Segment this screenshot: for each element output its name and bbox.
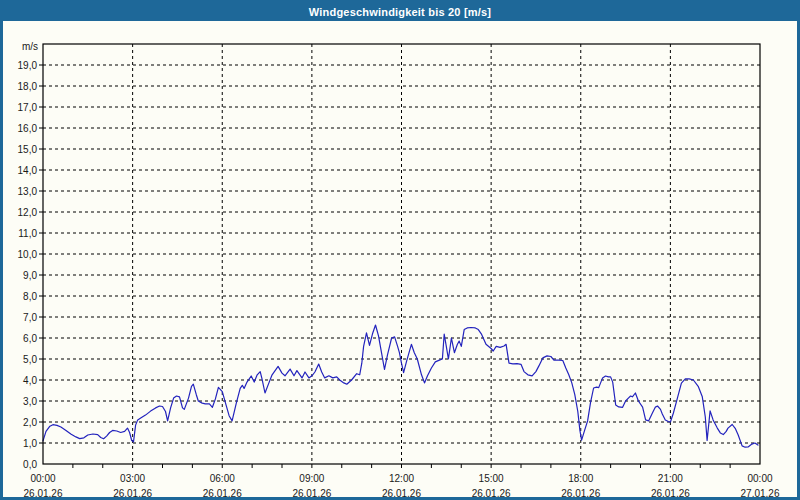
wind-speed-line [43, 325, 758, 447]
y-tick-label: 7,0 [23, 312, 37, 323]
x-tick-time-label: 18:00 [568, 473, 593, 484]
y-tick-label: 4,0 [23, 375, 37, 386]
x-tick-date-label: 26.01.26 [382, 488, 421, 499]
y-tick-label: 9,0 [23, 270, 37, 281]
x-tick-time-label: 12:00 [389, 473, 414, 484]
x-tick-date-label: 26.01.26 [203, 488, 242, 499]
y-tick-label: 10,0 [18, 249, 38, 260]
x-tick-date-label: 26.01.26 [472, 488, 511, 499]
y-tick-label: 0,0 [23, 459, 37, 470]
y-tick-label: 2,0 [23, 417, 37, 428]
x-tick-date-label: 26.01.26 [24, 488, 63, 499]
y-tick-label: 17,0 [18, 102, 38, 113]
x-tick-time-label: 15:00 [479, 473, 504, 484]
x-tick-time-label: 21:00 [658, 473, 683, 484]
x-tick-date-label: 26.01.26 [113, 488, 152, 499]
y-tick-label: 12,0 [18, 207, 38, 218]
y-tick-label: 1,0 [23, 438, 37, 449]
x-tick-date-label: 26.01.26 [561, 488, 600, 499]
x-tick-time-label: 06:00 [210, 473, 235, 484]
x-tick-date-label: 26.01.26 [292, 488, 331, 499]
y-tick-label: 15,0 [18, 144, 38, 155]
y-tick-label: 14,0 [18, 165, 38, 176]
gridlines [43, 44, 760, 464]
y-tick-label: 3,0 [23, 396, 37, 407]
y-axis-unit-label: m/s [22, 41, 38, 52]
y-tick-label: 8,0 [23, 291, 37, 302]
app-window: Windgeschwindigkeit bis 20 [m/s] 0,01,02… [0, 0, 800, 500]
x-tick-time-label: 09:00 [299, 473, 324, 484]
series-lines [43, 325, 758, 447]
x-tick-time-label: 00:00 [30, 473, 55, 484]
y-tick-label: 6,0 [23, 333, 37, 344]
axis-labels: 0,01,02,03,04,05,06,07,08,09,010,011,012… [18, 41, 780, 499]
y-tick-label: 19,0 [18, 60, 38, 71]
x-tick-time-label: 03:00 [120, 473, 145, 484]
axis-ticks [39, 65, 730, 468]
wind-speed-chart: 0,01,02,03,04,05,06,07,08,09,010,011,012… [3, 3, 800, 500]
x-tick-date-label: 26.01.26 [651, 488, 690, 499]
y-tick-label: 16,0 [18, 123, 38, 134]
x-tick-date-label: 27.01.26 [741, 488, 780, 499]
y-tick-label: 5,0 [23, 354, 37, 365]
chart-area: 0,01,02,03,04,05,06,07,08,09,010,011,012… [3, 3, 797, 497]
x-tick-time-label: 00:00 [747, 473, 772, 484]
y-tick-label: 13,0 [18, 186, 38, 197]
y-tick-label: 18,0 [18, 81, 38, 92]
y-tick-label: 11,0 [18, 228, 37, 239]
